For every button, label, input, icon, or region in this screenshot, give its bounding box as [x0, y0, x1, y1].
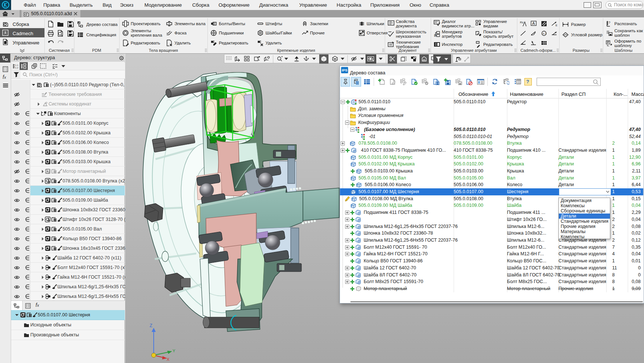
svg-text:1.1: 1.1	[15, 64, 19, 66]
svg-text:1.2: 1.2	[15, 67, 19, 69]
svg-text:E: E	[434, 34, 436, 37]
svg-text:Rz: Rz	[520, 21, 524, 24]
svg-text:Y: Y	[173, 349, 176, 353]
svg-text:Z: Z	[150, 323, 152, 328]
svg-text:X: X	[167, 357, 170, 362]
svg-text:n.1: n.1	[543, 32, 547, 35]
svg-text:E: E	[555, 24, 557, 27]
svg-text:A: A	[532, 21, 535, 26]
